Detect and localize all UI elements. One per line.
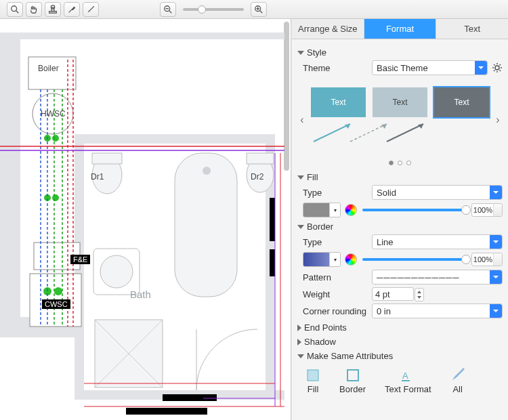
svg-text:A: A — [402, 371, 408, 381]
fill-opacity-value[interactable]: 100% — [471, 203, 503, 217]
border-color-picker[interactable] — [345, 253, 357, 266]
section-fill-label: Fill — [307, 172, 318, 182]
section-style[interactable]: Style — [297, 47, 503, 58]
boiler-label: Boiler — [38, 64, 59, 73]
svg-rect-66 — [347, 370, 358, 381]
weight-label: Weight — [297, 289, 368, 299]
arrow-style-1[interactable] — [311, 121, 341, 151]
msa-fill[interactable]: Fill — [305, 368, 320, 394]
arrow-style-2[interactable] — [347, 121, 377, 151]
border-type-select[interactable]: Line — [372, 234, 503, 249]
section-endpoints-label: End Points — [304, 322, 347, 333]
border-color-chip[interactable]: ▾ — [303, 252, 341, 267]
tab-text[interactable]: Text — [436, 19, 508, 39]
section-border-label: Border — [307, 222, 333, 232]
stamp-button[interactable] — [45, 2, 61, 17]
border-type-label: Type — [297, 237, 368, 247]
format-panel-body: Style Theme Basic Theme ‹ Text Text Text — [292, 39, 508, 420]
svg-point-26 — [52, 194, 59, 201]
weight-value: 4 pt — [375, 289, 390, 299]
pattern-value: ──────────── — [377, 272, 460, 282]
zoom-slider[interactable] — [183, 8, 244, 11]
svg-line-9 — [260, 10, 263, 13]
pan-button[interactable] — [26, 2, 42, 17]
svg-point-44 — [100, 255, 133, 288]
weight-field[interactable]: 4 pt — [372, 287, 414, 301]
svg-rect-40 — [247, 153, 274, 164]
section-shadow[interactable]: Shadow — [297, 337, 503, 347]
dr2-label: Dr2 — [251, 172, 263, 182]
top-toolbar — [0, 0, 508, 19]
pattern-label: Pattern — [297, 272, 368, 282]
border-opacity-value[interactable]: 100% — [471, 253, 503, 266]
theme-value: Basic Theme — [377, 63, 428, 73]
radius-select[interactable]: 0 in — [372, 303, 503, 318]
gear-icon[interactable] — [492, 62, 503, 73]
bath-label: Bath — [130, 289, 151, 300]
tab-arrange[interactable]: Arrange & Size — [292, 19, 364, 39]
border-type-value: Line — [377, 237, 394, 247]
svg-rect-18 — [0, 33, 284, 39]
border-opacity-slider[interactable] — [362, 258, 466, 261]
style-pager[interactable] — [297, 161, 503, 165]
search-button[interactable] — [7, 2, 23, 17]
msa-border[interactable]: Border — [339, 368, 366, 394]
svg-rect-52 — [270, 249, 275, 276]
weight-steppers[interactable] — [415, 288, 424, 301]
canvas[interactable]: Boiler HWSC Dr1 Dr2 Bath F&E CWSC — [0, 19, 291, 420]
msa-textformat[interactable]: AText Format — [385, 368, 431, 394]
zoom-out-button[interactable] — [160, 2, 176, 17]
section-fill[interactable]: Fill — [297, 172, 503, 182]
theme-select[interactable]: Basic Theme — [372, 60, 488, 75]
svg-point-42 — [203, 167, 211, 175]
msa-all[interactable]: All — [450, 368, 465, 394]
section-endpoints[interactable]: End Points — [297, 322, 503, 333]
svg-line-59 — [314, 124, 350, 142]
svg-point-0 — [12, 5, 17, 11]
floorplan-diagram — [0, 19, 291, 420]
svg-line-61 — [350, 124, 387, 142]
tab-format[interactable]: Format — [364, 19, 437, 39]
radius-label: Corner rounding — [297, 306, 368, 316]
zoom-in-button[interactable] — [251, 2, 267, 17]
style-next[interactable]: › — [493, 113, 503, 127]
section-shadow-label: Shadow — [304, 337, 336, 347]
svg-rect-38 — [92, 153, 122, 164]
cwsc-tag: CWSC — [42, 299, 70, 309]
svg-point-28 — [54, 287, 62, 295]
fill-opacity-slider[interactable] — [362, 209, 466, 211]
fill-color-chip[interactable]: ▾ — [303, 203, 341, 217]
svg-rect-49 — [163, 394, 217, 401]
style-swatch-2[interactable]: Text — [373, 87, 427, 117]
style-swatch-1[interactable]: Text — [311, 87, 366, 117]
fill-type-label: Type — [297, 188, 368, 198]
fill-type-select[interactable]: Solid — [372, 185, 503, 200]
fe-tag: F&E — [70, 255, 90, 264]
section-msa[interactable]: Make Same Attributes — [297, 351, 503, 361]
svg-line-6 — [169, 10, 172, 13]
brush-button[interactable] — [83, 2, 99, 17]
svg-line-1 — [16, 10, 19, 13]
svg-point-24 — [52, 135, 59, 142]
eyedropper-button[interactable] — [64, 2, 80, 17]
svg-point-4 — [51, 5, 54, 8]
section-style-label: Style — [307, 47, 326, 58]
zoom-thumb[interactable] — [198, 5, 206, 14]
zoom-group — [160, 2, 267, 17]
radius-value: 0 in — [377, 306, 391, 316]
style-prev[interactable]: ‹ — [297, 113, 307, 127]
tool-group-left — [7, 2, 99, 17]
section-msa-label: Make Same Attributes — [307, 351, 393, 361]
style-swatch-3[interactable]: Text — [434, 87, 489, 117]
inspector-panel: Arrange & Size Format Text Style Theme B… — [291, 19, 508, 420]
fill-type-value: Solid — [377, 188, 396, 198]
section-border[interactable]: Border — [297, 222, 503, 232]
theme-label: Theme — [297, 63, 368, 73]
svg-point-58 — [495, 66, 499, 70]
pattern-select[interactable]: ──────────── — [372, 270, 503, 285]
svg-line-63 — [387, 124, 423, 142]
fill-color-picker[interactable] — [345, 204, 357, 216]
dr1-label: Dr1 — [91, 172, 104, 182]
arrow-style-3[interactable] — [384, 121, 414, 151]
svg-rect-50 — [126, 408, 207, 415]
